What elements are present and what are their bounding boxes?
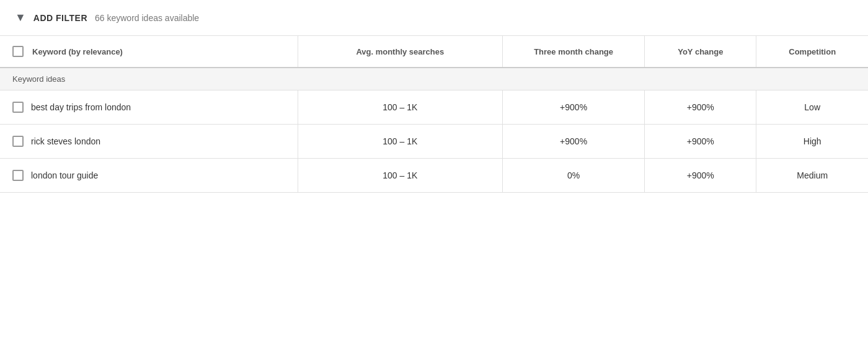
keyword-count: 66 keyword ideas available: [95, 13, 199, 23]
filter-icon: ▼: [15, 11, 26, 24]
row-checkbox[interactable]: [12, 102, 24, 113]
select-all-checkbox[interactable]: [12, 46, 24, 57]
cell-competition: High: [756, 125, 868, 159]
column-header-yoy[interactable]: YoY change: [645, 36, 756, 68]
keyword-text: best day trips from london: [31, 102, 131, 112]
cell-competition: Medium: [756, 159, 868, 193]
keyword-text: london tour guide: [31, 170, 98, 180]
cell-three-month: +900%: [502, 90, 644, 125]
filter-bar: ▼ ADD FILTER 66 keyword ideas available: [0, 0, 868, 36]
column-header-three-month[interactable]: Three month change: [502, 36, 644, 68]
cell-three-month: +900%: [502, 125, 644, 159]
keyword-text: rick steves london: [31, 136, 100, 146]
cell-keyword: best day trips from london: [0, 90, 298, 125]
cell-yoy: +900%: [645, 159, 756, 193]
table-row: london tour guide 100 – 1K0%+900%Medium: [0, 159, 868, 193]
column-header-avg-monthly[interactable]: Avg. monthly searches: [298, 36, 502, 68]
add-filter-button[interactable]: ADD FILTER: [33, 13, 87, 23]
keyword-table: Keyword (by relevance) Avg. monthly sear…: [0, 36, 868, 193]
table-row: rick steves london 100 – 1K+900%+900%Hig…: [0, 125, 868, 159]
cell-keyword: london tour guide: [0, 159, 298, 193]
table-row: best day trips from london 100 – 1K+900%…: [0, 90, 868, 125]
keyword-table-container: Keyword (by relevance) Avg. monthly sear…: [0, 36, 868, 193]
cell-yoy: +900%: [645, 90, 756, 125]
cell-avg-monthly: 100 – 1K: [298, 90, 502, 125]
cell-avg-monthly: 100 – 1K: [298, 159, 502, 193]
column-header-keyword: Keyword (by relevance): [0, 36, 298, 68]
column-header-competition[interactable]: Competition: [756, 36, 868, 68]
row-checkbox[interactable]: [12, 170, 24, 181]
table-header-row: Keyword (by relevance) Avg. monthly sear…: [0, 36, 868, 68]
section-label: Keyword ideas: [0, 68, 868, 90]
section-row-keyword-ideas: Keyword ideas: [0, 68, 868, 90]
cell-keyword: rick steves london: [0, 125, 298, 159]
cell-yoy: +900%: [645, 125, 756, 159]
row-checkbox[interactable]: [12, 136, 24, 147]
cell-competition: Low: [756, 90, 868, 125]
cell-avg-monthly: 100 – 1K: [298, 125, 502, 159]
cell-three-month: 0%: [502, 159, 644, 193]
